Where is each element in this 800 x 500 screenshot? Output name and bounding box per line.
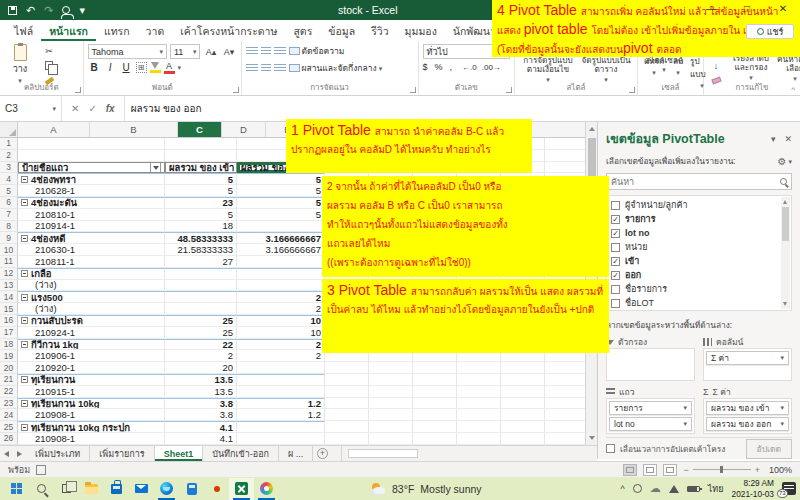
grid-cell-label[interactable]: (ว่าง)	[18, 303, 165, 315]
row-number[interactable]: 11	[0, 256, 18, 268]
taskbar-app-icon[interactable]	[229, 478, 254, 500]
account-icon[interactable]	[62, 6, 70, 14]
horizontal-scrollbar[interactable]	[341, 446, 597, 461]
page-break-view-icon[interactable]	[663, 464, 677, 476]
grid-cell-in[interactable]	[165, 150, 237, 162]
qat-customize-icon[interactable]: ▾	[79, 4, 85, 17]
row-number[interactable]: 15	[0, 303, 18, 315]
grid-cell-in[interactable]: 5	[165, 209, 237, 221]
grid-cell-label[interactable]: 210908-1	[18, 433, 165, 445]
grid-cell-label[interactable]	[18, 150, 165, 162]
onedrive-icon[interactable]: ☁	[650, 483, 661, 494]
column-header[interactable]: B	[90, 122, 178, 137]
column-header[interactable]: A	[18, 122, 90, 137]
grid-cell-out[interactable]: 1.2	[237, 409, 325, 421]
grow-font-button[interactable]: A▴	[203, 45, 218, 58]
page-layout-view-icon[interactable]	[643, 464, 657, 476]
zoom-slider[interactable]: − +	[683, 465, 760, 475]
font-name-select[interactable]: Tahoma▾	[88, 44, 167, 59]
grid-cell-in[interactable]: 25	[165, 327, 237, 339]
enter-icon[interactable]: ✓	[88, 103, 96, 114]
zoom-level[interactable]: 100%	[766, 465, 792, 475]
grid-cell-label[interactable]: 210914-1	[18, 221, 165, 233]
row-number[interactable]: 17	[0, 327, 18, 339]
grid-cell-label[interactable]: 4ช่องมะดัน	[18, 197, 165, 209]
row-number[interactable]: 4	[0, 173, 18, 185]
sheet-tab[interactable]: เพิ่มประเภท	[26, 446, 90, 461]
grid-cell-out[interactable]	[237, 256, 325, 268]
grid-cell-out[interactable]	[237, 362, 325, 374]
grid-cell-out[interactable]: 3.166666667	[237, 244, 325, 256]
share-button[interactable]: แชร์	[746, 24, 794, 39]
borders-button[interactable]: ⊞	[136, 62, 147, 73]
new-sheet-button[interactable]: +	[313, 446, 331, 461]
maximize-button[interactable]: □	[736, 3, 758, 15]
collapse-icon[interactable]	[21, 294, 28, 301]
collapse-icon[interactable]	[21, 424, 28, 431]
field-checkbox[interactable]	[611, 201, 620, 210]
field-checkbox[interactable]	[611, 215, 620, 224]
grid-cell-label[interactable]: ทุเรียนกวน 10kg กระปุก	[18, 421, 165, 433]
grid-empty-cells[interactable]	[325, 409, 585, 421]
filters-drop-zone[interactable]	[606, 348, 695, 381]
collapse-icon[interactable]	[21, 341, 28, 348]
grid-cell-label[interactable]: 210628-1	[18, 185, 165, 197]
bold-button[interactable]: B	[88, 62, 101, 73]
collapse-icon[interactable]	[21, 176, 28, 183]
update-button[interactable]: อัปเดต	[746, 439, 792, 459]
taskbar-app-icon[interactable]	[129, 478, 154, 500]
row-number[interactable]: 3	[0, 162, 18, 174]
align-left-icon[interactable]	[246, 64, 258, 73]
dialog-launcher-icon[interactable]	[233, 87, 239, 93]
grid-cell-in[interactable]: 5	[165, 185, 237, 197]
field-chip[interactable]: ผลรวม ของ เข้า▾	[706, 401, 789, 415]
undo-button[interactable]: ↶	[26, 4, 35, 17]
decimal-button[interactable]: ←.0	[462, 63, 477, 72]
zoom-in-icon[interactable]: +	[755, 465, 760, 475]
select-all-corner[interactable]	[0, 122, 18, 137]
grid-cell-in[interactable]	[165, 280, 237, 292]
grid-cell-label[interactable]: 210915-1	[18, 386, 165, 398]
sheet-next-icon[interactable]	[13, 446, 26, 461]
grid-cell-out[interactable]: 2	[237, 339, 325, 351]
grid-cell-in[interactable]: 5	[165, 173, 237, 185]
filter-icon[interactable]	[150, 162, 161, 173]
ribbon-tab[interactable]: เค้าโครงหน้ากระดาษ	[172, 20, 285, 41]
grid-cell-in[interactable]: 18	[165, 221, 237, 233]
italic-button[interactable]: I	[104, 62, 117, 73]
row-number[interactable]: 25	[0, 421, 18, 433]
field-item[interactable]: ชื่อรายการ	[611, 282, 779, 296]
field-checkbox[interactable]	[611, 285, 620, 294]
align-center-icon[interactable]	[261, 64, 271, 73]
grid-cell-in[interactable]: 3.8	[165, 409, 237, 421]
grid-cell-out[interactable]	[237, 374, 325, 386]
grid-cell-label[interactable]: (ว่าง)	[18, 280, 165, 292]
columns-drop-zone[interactable]: Σ ค่า▾	[703, 348, 792, 381]
grid-cell-out[interactable]: 5	[237, 197, 325, 209]
grid-cell-label[interactable]: 4ช่องหดี	[18, 232, 165, 244]
row-number[interactable]: 14	[0, 291, 18, 303]
align-bottom-icon[interactable]	[274, 47, 286, 56]
underline-button[interactable]: U	[120, 62, 133, 73]
tools-button[interactable]: ⚙▾	[778, 156, 792, 167]
decimal-button[interactable]: .00→	[482, 63, 501, 72]
align-top-icon[interactable]	[246, 47, 258, 56]
zoom-thumb[interactable]	[720, 466, 723, 473]
grid-empty-cells[interactable]	[325, 386, 585, 398]
scroll-down-icon[interactable]	[783, 302, 787, 306]
weather-widget[interactable]: 83°F Mostly sunny	[371, 483, 482, 495]
field-item[interactable]: lot no	[611, 226, 779, 240]
number-format-button[interactable]: ,	[450, 62, 453, 72]
grid-cell-label[interactable]	[18, 138, 165, 150]
minimize-button[interactable]: —	[700, 3, 722, 15]
grid-cell-label[interactable]: เกลือ	[18, 268, 165, 280]
accessibility-icon[interactable]	[36, 465, 46, 475]
language-indicator[interactable]: ไทย	[708, 482, 724, 496]
merge-center-button[interactable]: ผสานและจัดกึ่งกลาง▾	[289, 61, 383, 75]
ribbon-tab[interactable]: หน้าแรก	[41, 20, 96, 41]
collapse-icon[interactable]	[21, 270, 28, 277]
field-checkbox[interactable]	[611, 229, 620, 238]
grid-cell-in[interactable]: 2	[165, 350, 237, 362]
field-chip[interactable]: ผลรวม ของ ออก▾	[706, 417, 789, 431]
taskbar-app-icon[interactable]	[204, 478, 229, 500]
